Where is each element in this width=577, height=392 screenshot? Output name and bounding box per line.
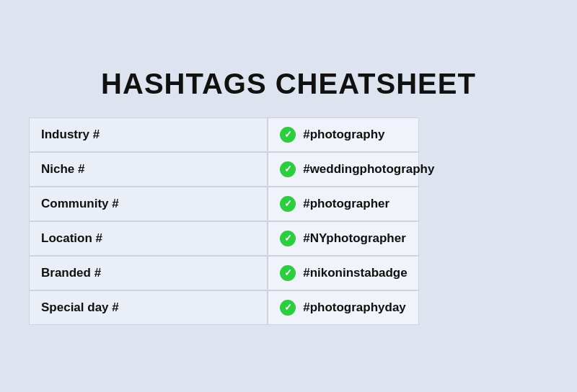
hashtag-cell: #weddingphotography xyxy=(268,152,419,187)
hashtags-table: Industry ##photographyNiche ##weddingpho… xyxy=(29,117,548,325)
hashtag-cell: #photographer xyxy=(268,187,419,221)
table-row: Community ##photographer xyxy=(29,187,548,221)
hashtag-text: #photographer xyxy=(303,197,389,211)
check-icon xyxy=(280,161,296,177)
check-icon xyxy=(280,300,296,316)
category-label: Branded # xyxy=(29,256,268,290)
hashtag-text: #photographyday xyxy=(303,300,406,315)
hashtag-cell: #photography xyxy=(268,117,419,152)
hashtag-cell: #nikoninstabadge xyxy=(268,256,419,290)
category-label: Location # xyxy=(29,221,268,256)
check-icon xyxy=(280,196,296,212)
table-row: Branded ##nikoninstabadge xyxy=(29,256,548,290)
check-icon xyxy=(280,231,296,246)
hashtag-text: #nikoninstabadge xyxy=(303,266,408,280)
check-icon xyxy=(280,265,296,281)
hashtag-text: #weddingphotography xyxy=(303,162,434,177)
table-row: Niche ##weddingphotography xyxy=(29,152,548,187)
table-row: Industry ##photography xyxy=(29,117,548,152)
category-label: Industry # xyxy=(29,117,268,152)
hashtag-text: #photography xyxy=(303,128,384,142)
page-title: HASHTAGS CHEATSHEET xyxy=(101,68,476,100)
table-row: Location ##NYphotographer xyxy=(29,221,548,256)
hashtag-cell: #photographyday xyxy=(268,290,419,325)
hashtag-text: #NYphotographer xyxy=(303,231,406,246)
hashtag-cell: #NYphotographer xyxy=(268,221,419,256)
table-row: Special day ##photographyday xyxy=(29,290,548,325)
category-label: Community # xyxy=(29,187,268,221)
check-icon xyxy=(280,127,296,143)
category-label: Niche # xyxy=(29,152,268,187)
category-label: Special day # xyxy=(29,290,268,325)
